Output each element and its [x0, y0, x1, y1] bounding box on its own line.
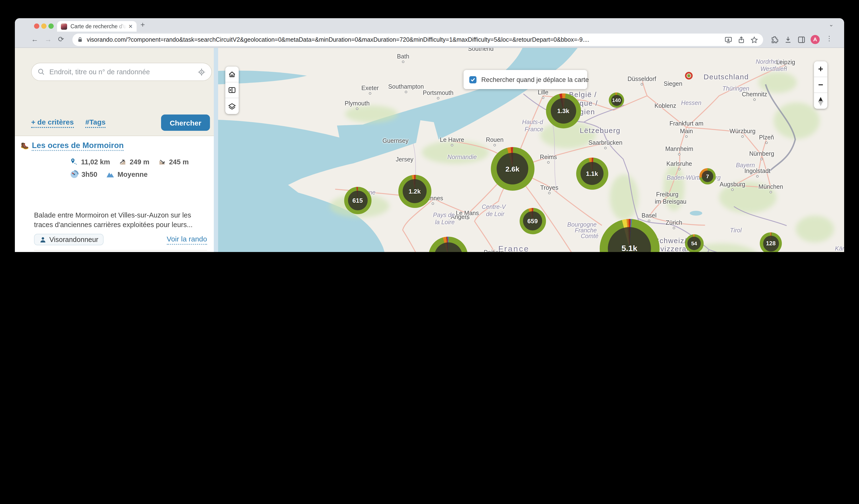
close-tab-icon[interactable]: ✕: [129, 23, 133, 29]
tab-search-chevron-icon[interactable]: ⌄: [829, 21, 833, 28]
map-cluster[interactable]: 1.3k: [546, 93, 581, 128]
map-city-label: Guernsey: [382, 137, 408, 144]
search-area: Endroit, titre ou n° de randonnée + de c…: [15, 48, 218, 136]
map-region-label: Tirol: [730, 227, 741, 234]
map-cluster[interactable]: 1.2k: [398, 174, 431, 208]
check-icon: [470, 77, 476, 82]
search-input[interactable]: Endroit, titre ou n° de randonnée: [31, 63, 212, 81]
map-city-dot: [685, 135, 688, 138]
map-cluster[interactable]: 140: [609, 92, 624, 108]
map-city-label: Saarbrücken: [588, 139, 622, 146]
map-city-label: Plymouth: [345, 100, 370, 107]
layers-icon: [228, 102, 236, 110]
search-on-move-checkbox[interactable]: [469, 76, 477, 83]
map-city-label: München: [758, 183, 783, 190]
map-cluster[interactable]: 7: [699, 168, 716, 184]
map-region-label: Kärn: [835, 245, 844, 252]
more-criteria-link[interactable]: + de critères: [31, 118, 74, 128]
lock-icon: [77, 36, 83, 43]
screenshot-stage: Carte de recherche d'un itinéra ✕ + ⌄ ← …: [0, 0, 859, 252]
map-city-dot: [641, 83, 643, 86]
map-city-label: Basel: [642, 212, 657, 219]
profile-avatar[interactable]: A: [811, 35, 820, 44]
search-button[interactable]: Chercher: [161, 114, 210, 131]
route-card: 🥾Entre l'Orge et la Renarde 14,08 km 198…: [34, 250, 207, 252]
map-city-label: Zürich: [666, 219, 682, 226]
map-city-dot: [753, 98, 756, 101]
map-route-marker[interactable]: [685, 72, 693, 79]
map-city-dot: [369, 92, 371, 95]
locate-icon[interactable]: [197, 68, 206, 76]
map-city-label: Düsseldorf: [628, 76, 656, 82]
map-city-label: Lille: [538, 89, 548, 96]
bookmark-star-icon[interactable]: [750, 36, 758, 44]
zoom-in-button[interactable]: +: [814, 61, 827, 77]
install-icon[interactable]: [724, 36, 733, 44]
author-badge[interactable]: Visorandonneur: [34, 234, 104, 245]
map-city-label: Frankfurt am: [669, 120, 704, 127]
map-city-label: im Breisgau: [655, 198, 687, 205]
map-city-label: Plzeň: [759, 134, 774, 141]
map-cluster[interactable]: 659: [519, 208, 546, 234]
back-button[interactable]: ←: [31, 35, 38, 43]
tags-link[interactable]: #Tags: [85, 118, 106, 128]
zoom-window-button[interactable]: [48, 24, 54, 29]
map-region-label: Hauts-d: [522, 119, 543, 125]
map-city-dot: [548, 192, 551, 194]
map-region-label: Deutschland: [704, 73, 749, 81]
map-city-dot: [648, 220, 650, 222]
browser-toolbar: ← → ⟳ visorando.com/?component=rando&tas…: [15, 32, 844, 48]
map-city-label: Portsmouth: [423, 90, 453, 96]
map-city-label: Augsburg: [720, 181, 745, 188]
map-cluster[interactable]: 128: [760, 232, 782, 252]
zoom-out-button[interactable]: −: [814, 77, 827, 93]
map-city-dot: [741, 135, 744, 138]
map-city-label: Southampton: [388, 83, 424, 90]
url-text: visorando.com/?component=rando&task=sear…: [87, 36, 724, 43]
map-city-label: Southend: [468, 48, 494, 52]
extensions-icon[interactable]: [770, 35, 779, 44]
map-home-button[interactable]: [225, 66, 239, 82]
map-city-dot: [432, 202, 434, 205]
descent-icon: [158, 158, 166, 166]
map-city-dot: [405, 91, 407, 93]
address-bar[interactable]: visorando.com/?component=rando&task=sear…: [72, 33, 763, 46]
map-cluster[interactable]: 54: [685, 234, 704, 252]
browser-menu-icon[interactable]: ⋮: [826, 34, 833, 42]
route-card: 🥾Les ocres de Mormoiron 11,02 km 249 m 2…: [34, 136, 207, 250]
map-city-dot: [356, 108, 358, 110]
person-icon: [39, 236, 46, 243]
map-cluster[interactable]: 615: [344, 187, 371, 214]
map-city-dot: [547, 161, 549, 164]
map-cluster[interactable]: 2.6k: [491, 147, 534, 190]
close-window-button[interactable]: [34, 24, 39, 29]
map-tilt-button[interactable]: ▲▼: [814, 93, 827, 109]
route-title[interactable]: 🥾Les ocres de Mormoiron: [34, 140, 207, 151]
side-panel-icon[interactable]: [797, 35, 806, 44]
ascent-icon: [119, 158, 127, 166]
map-city-dot: [604, 147, 607, 149]
route-photo[interactable]: [34, 154, 62, 207]
map-layers-button[interactable]: [225, 98, 239, 114]
map-region-label: Hessen: [681, 100, 702, 106]
difficulty-icon: [106, 170, 115, 179]
tilt-down-icon: ▼: [816, 101, 825, 105]
map-city-dot: [437, 97, 439, 100]
browser-tab[interactable]: Carte de recherche d'un itinéra ✕: [57, 21, 137, 32]
downloads-icon[interactable]: [784, 35, 793, 44]
map-city-dot: [494, 144, 496, 147]
map-city-label: Würzburg: [729, 128, 755, 135]
collapse-sidebar-button[interactable]: [225, 82, 239, 98]
view-route-link[interactable]: Voir la rando: [167, 234, 207, 245]
map-cluster[interactable]: 1.1k: [576, 157, 608, 189]
route-description: Balade entre Mormoiron et Villes-sur-Auz…: [34, 210, 207, 229]
map-city-dot: [756, 175, 758, 178]
minimize-window-button[interactable]: [41, 24, 46, 29]
forward-button[interactable]: →: [45, 35, 52, 43]
sidebar-scrollbar[interactable]: [214, 48, 218, 252]
results-sidebar: Endroit, titre ou n° de randonnée + de c…: [15, 48, 218, 252]
share-icon[interactable]: [737, 36, 745, 44]
reload-button[interactable]: ⟳: [58, 35, 64, 44]
map-canvas[interactable]: BathSouthendExeterSouthamptonPortsmouthP…: [218, 48, 844, 252]
new-tab-button[interactable]: +: [140, 20, 145, 29]
